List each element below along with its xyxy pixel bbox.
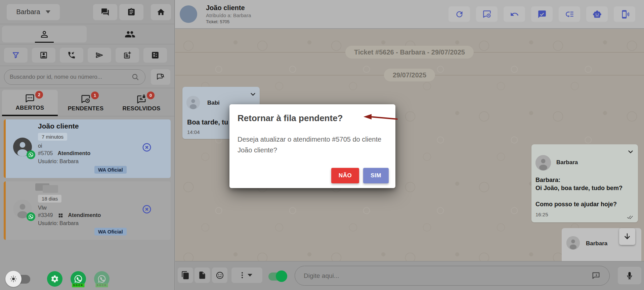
brightness-icon bbox=[5, 271, 22, 287]
modal-actions: NÃO SIM bbox=[331, 168, 389, 183]
robot-icon bbox=[593, 10, 602, 19]
signature-toggle[interactable] bbox=[268, 271, 295, 282]
send-icon bbox=[95, 51, 104, 60]
more-dots-icon bbox=[242, 271, 243, 279]
resolve-button[interactable] bbox=[531, 6, 553, 22]
whatsapp-sock-button[interactable]: SOCK bbox=[71, 271, 86, 287]
caret-down-icon bbox=[46, 10, 50, 13]
ticket-list: João cliente 7 minutos oi #5705 Atendime… bbox=[0, 116, 174, 243]
theme-toggle[interactable] bbox=[5, 270, 32, 288]
calls-button[interactable] bbox=[60, 48, 83, 63]
message-search-button[interactable] bbox=[151, 69, 170, 85]
group-tab-icon bbox=[125, 29, 135, 40]
message-author: Babi bbox=[207, 100, 220, 106]
tasks-button[interactable] bbox=[119, 4, 143, 20]
tab-individual[interactable] bbox=[2, 26, 87, 42]
more-options-button[interactable] bbox=[231, 267, 262, 283]
toggle-knob bbox=[276, 270, 287, 282]
no-button[interactable]: NÃO bbox=[331, 168, 359, 183]
filter-button[interactable] bbox=[4, 48, 28, 63]
chat-check-icon bbox=[538, 10, 547, 19]
ticket-item-joao[interactable]: João cliente 7 minutos oi #5705 Atendime… bbox=[4, 119, 171, 178]
user-select-label: Barbara bbox=[16, 8, 40, 16]
filter-icon bbox=[11, 51, 20, 60]
ticket-queue: Atendimento bbox=[58, 150, 91, 156]
send-message-button[interactable] bbox=[88, 48, 111, 63]
ticket-contact-name: João cliente bbox=[38, 122, 79, 130]
search-icon bbox=[131, 73, 140, 81]
search-pill bbox=[4, 69, 145, 85]
attach-copy-button[interactable] bbox=[178, 267, 193, 283]
annotation-arrow bbox=[362, 112, 399, 122]
whatsapp-icon bbox=[27, 212, 35, 221]
ticket-item-anon[interactable]: 18 dias Vlw #3349 Atendimento Usuário: B… bbox=[4, 181, 171, 240]
record-audio-button[interactable] bbox=[618, 267, 641, 284]
scroll-down-icon bbox=[622, 232, 632, 241]
sock-badge: SOCK bbox=[72, 284, 84, 287]
ticket-number: #5705 bbox=[38, 150, 53, 156]
whatsapp-gear-button[interactable] bbox=[47, 271, 62, 287]
chat-clock-icon bbox=[482, 10, 491, 19]
tab-pendentes[interactable]: 1 PENDENTES bbox=[58, 90, 114, 116]
message-author: Barbara bbox=[556, 159, 578, 166]
ticket-last-message: Vlw bbox=[38, 205, 47, 211]
internal-chat-button[interactable] bbox=[93, 4, 117, 20]
chevron-down-icon[interactable] bbox=[627, 148, 635, 156]
scroll-to-bottom-button[interactable] bbox=[619, 228, 635, 245]
whatsapp-icon bbox=[27, 150, 35, 159]
message-input[interactable] bbox=[304, 272, 591, 280]
date-divider-pill: 29/07/2025 bbox=[384, 69, 435, 81]
whatsapp-icon bbox=[73, 274, 83, 284]
contact-card-icon bbox=[39, 51, 48, 60]
user-select[interactable]: Barbara bbox=[7, 4, 60, 20]
ticket-number-row: #3349 Atendimento bbox=[38, 212, 101, 218]
sidebar-top-icons bbox=[93, 4, 171, 20]
message-author: Barbara bbox=[586, 240, 607, 247]
home-button[interactable] bbox=[151, 4, 171, 20]
message-text-line: Oi João, boa tarde, tudo bem? bbox=[535, 185, 622, 192]
chat-header: João cliente Atribuído a: Barbara Ticket… bbox=[175, 0, 644, 29]
whatsapp-sock-disabled-button[interactable]: SOCK bbox=[94, 271, 110, 287]
undo-button[interactable] bbox=[504, 6, 525, 22]
tab-resolvidos-label: RESOLVIDOS bbox=[122, 105, 160, 112]
close-ticket-button[interactable] bbox=[142, 204, 152, 214]
abertos-badge: 2 bbox=[35, 91, 43, 99]
copy-icon bbox=[181, 271, 190, 280]
emoji-button[interactable] bbox=[212, 267, 227, 283]
transfer-button[interactable] bbox=[559, 6, 580, 22]
message-time: 16:25 bbox=[535, 212, 548, 217]
contact-avatar[interactable] bbox=[180, 5, 197, 23]
avatar bbox=[535, 155, 551, 171]
ticket-number: #3349 bbox=[38, 212, 53, 218]
tab-groups[interactable] bbox=[88, 26, 173, 42]
quick-reply-button[interactable] bbox=[591, 271, 601, 281]
message-text-line: Como posso te ajudar hoje? bbox=[535, 201, 617, 208]
resolvidos-badge: 0 bbox=[147, 92, 155, 99]
mic-icon bbox=[625, 271, 634, 280]
tab-resolvidos[interactable]: 0 RESOLVIDOS bbox=[114, 90, 169, 116]
return-to-queue-button[interactable] bbox=[476, 6, 498, 22]
contacts-button[interactable] bbox=[32, 48, 55, 63]
refresh-button[interactable] bbox=[448, 6, 470, 22]
ticket-queue: Atendimento bbox=[68, 212, 101, 218]
attach-file-button[interactable] bbox=[195, 267, 210, 283]
note-add-icon bbox=[123, 51, 132, 60]
call-button[interactable] bbox=[614, 6, 635, 22]
chatbot-button[interactable] bbox=[586, 6, 608, 22]
close-ticket-button[interactable] bbox=[142, 142, 152, 152]
modal-title: Retornar à fila pendente? bbox=[238, 113, 343, 123]
ticket-age-chip: 18 dias bbox=[38, 195, 61, 203]
search-input[interactable] bbox=[10, 74, 131, 80]
yes-button[interactable]: SIM bbox=[363, 168, 389, 183]
tab-abertos-label: ABERTOS bbox=[16, 105, 44, 111]
ticket-number-row: #5705 Atendimento bbox=[38, 150, 90, 156]
list-view-button[interactable] bbox=[143, 48, 167, 63]
app-root: Barbara bbox=[0, 0, 644, 290]
sidebar-footer: SOCK SOCK bbox=[0, 268, 174, 290]
avatar bbox=[566, 236, 580, 250]
chat-clock-icon bbox=[81, 94, 91, 104]
tab-abertos[interactable]: 2 ABERTOS bbox=[2, 90, 58, 116]
chevron-down-icon[interactable] bbox=[249, 90, 257, 98]
new-ticket-button[interactable] bbox=[116, 48, 139, 63]
whatsapp-icon bbox=[97, 274, 107, 284]
